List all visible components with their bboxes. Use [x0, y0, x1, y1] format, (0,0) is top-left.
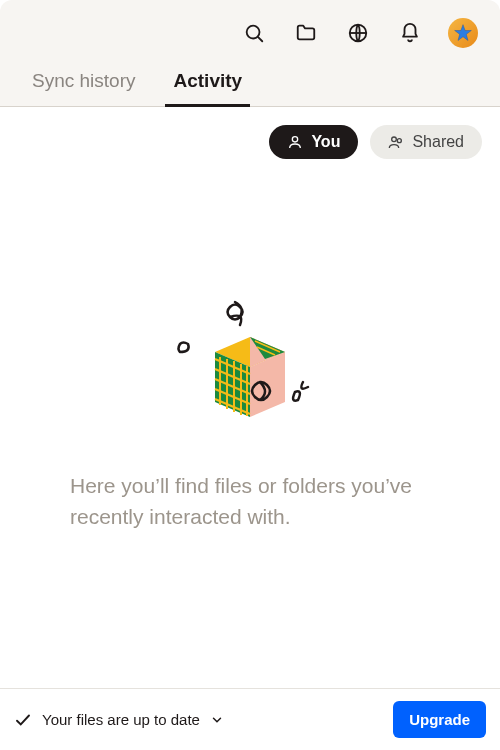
- svg-point-4: [293, 137, 298, 142]
- tabs: Sync history Activity: [0, 58, 500, 107]
- globe-icon[interactable]: [344, 19, 372, 47]
- tab-activity[interactable]: Activity: [169, 58, 246, 106]
- empty-message: Here you’ll find files or folders you’ve…: [70, 471, 430, 532]
- chevron-down-icon: [210, 713, 224, 727]
- svg-marker-3: [455, 25, 472, 41]
- people-icon: [388, 134, 404, 150]
- search-icon[interactable]: [240, 19, 268, 47]
- svg-point-5: [392, 137, 397, 142]
- filter-shared[interactable]: Shared: [370, 125, 482, 159]
- folder-icon[interactable]: [292, 19, 320, 47]
- check-icon: [14, 711, 32, 729]
- empty-illustration: [175, 297, 325, 447]
- bell-icon[interactable]: [396, 19, 424, 47]
- sync-status-text: Your files are up to date: [42, 711, 200, 728]
- topbar: [0, 0, 500, 58]
- filter-shared-label: Shared: [412, 133, 464, 151]
- statusbar: Your files are up to date Upgrade: [0, 688, 500, 750]
- tab-sync-history[interactable]: Sync history: [28, 58, 139, 106]
- filter-you[interactable]: You: [269, 125, 358, 159]
- filter-row: You Shared: [18, 125, 482, 159]
- filter-you-label: You: [311, 133, 340, 151]
- avatar[interactable]: [448, 18, 478, 48]
- content-area: You Shared: [0, 107, 500, 688]
- svg-point-6: [398, 139, 402, 143]
- upgrade-button[interactable]: Upgrade: [393, 701, 486, 738]
- sync-status[interactable]: Your files are up to date: [14, 711, 224, 729]
- empty-state: Here you’ll find files or folders you’ve…: [18, 159, 482, 670]
- svg-line-1: [258, 37, 262, 41]
- app-window: Sync history Activity You Shared: [0, 0, 500, 750]
- person-icon: [287, 134, 303, 150]
